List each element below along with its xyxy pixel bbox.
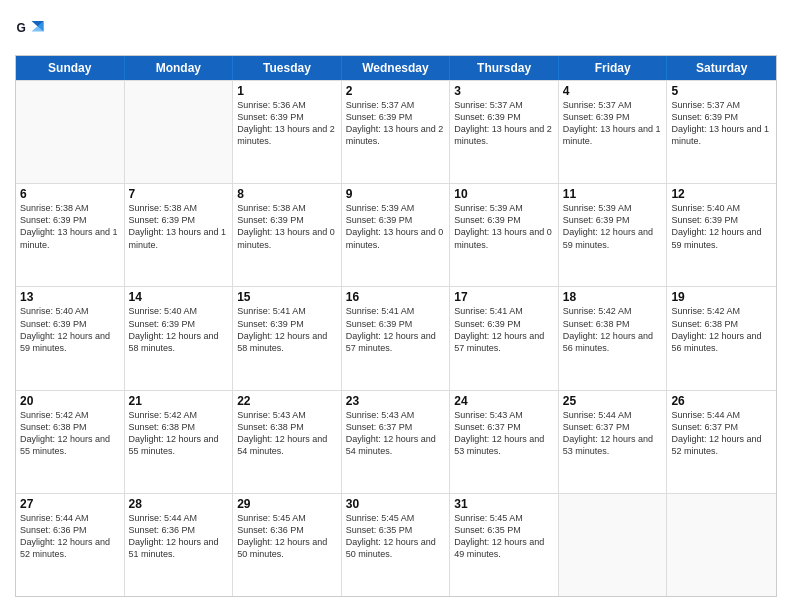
calendar-day-25: 25Sunrise: 5:44 AM Sunset: 6:37 PM Dayli…	[559, 391, 668, 493]
calendar-day-10: 10Sunrise: 5:39 AM Sunset: 6:39 PM Dayli…	[450, 184, 559, 286]
calendar-day-16: 16Sunrise: 5:41 AM Sunset: 6:39 PM Dayli…	[342, 287, 451, 389]
day-info: Sunrise: 5:45 AM Sunset: 6:36 PM Dayligh…	[237, 512, 337, 561]
day-info: Sunrise: 5:40 AM Sunset: 6:39 PM Dayligh…	[20, 305, 120, 354]
day-info: Sunrise: 5:45 AM Sunset: 6:35 PM Dayligh…	[454, 512, 554, 561]
day-number: 27	[20, 497, 120, 511]
header-day-tuesday: Tuesday	[233, 56, 342, 80]
calendar-day-14: 14Sunrise: 5:40 AM Sunset: 6:39 PM Dayli…	[125, 287, 234, 389]
day-number: 16	[346, 290, 446, 304]
day-info: Sunrise: 5:44 AM Sunset: 6:37 PM Dayligh…	[671, 409, 772, 458]
day-info: Sunrise: 5:43 AM Sunset: 6:38 PM Dayligh…	[237, 409, 337, 458]
day-info: Sunrise: 5:41 AM Sunset: 6:39 PM Dayligh…	[346, 305, 446, 354]
calendar-day-9: 9Sunrise: 5:39 AM Sunset: 6:39 PM Daylig…	[342, 184, 451, 286]
calendar-day-3: 3Sunrise: 5:37 AM Sunset: 6:39 PM Daylig…	[450, 81, 559, 183]
header-day-saturday: Saturday	[667, 56, 776, 80]
day-number: 21	[129, 394, 229, 408]
calendar-day-29: 29Sunrise: 5:45 AM Sunset: 6:36 PM Dayli…	[233, 494, 342, 596]
calendar-day-24: 24Sunrise: 5:43 AM Sunset: 6:37 PM Dayli…	[450, 391, 559, 493]
day-number: 28	[129, 497, 229, 511]
day-number: 20	[20, 394, 120, 408]
calendar-day-26: 26Sunrise: 5:44 AM Sunset: 6:37 PM Dayli…	[667, 391, 776, 493]
logo-icon: G	[15, 15, 45, 45]
calendar-day-1: 1Sunrise: 5:36 AM Sunset: 6:39 PM Daylig…	[233, 81, 342, 183]
day-info: Sunrise: 5:41 AM Sunset: 6:39 PM Dayligh…	[237, 305, 337, 354]
day-number: 26	[671, 394, 772, 408]
calendar-day-27: 27Sunrise: 5:44 AM Sunset: 6:36 PM Dayli…	[16, 494, 125, 596]
day-number: 18	[563, 290, 663, 304]
day-info: Sunrise: 5:37 AM Sunset: 6:39 PM Dayligh…	[563, 99, 663, 148]
day-info: Sunrise: 5:39 AM Sunset: 6:39 PM Dayligh…	[563, 202, 663, 251]
calendar-day-2: 2Sunrise: 5:37 AM Sunset: 6:39 PM Daylig…	[342, 81, 451, 183]
calendar-week-5: 27Sunrise: 5:44 AM Sunset: 6:36 PM Dayli…	[16, 493, 776, 596]
day-info: Sunrise: 5:42 AM Sunset: 6:38 PM Dayligh…	[671, 305, 772, 354]
day-number: 30	[346, 497, 446, 511]
day-number: 29	[237, 497, 337, 511]
calendar-body: 1Sunrise: 5:36 AM Sunset: 6:39 PM Daylig…	[16, 80, 776, 596]
calendar-header: SundayMondayTuesdayWednesdayThursdayFrid…	[16, 56, 776, 80]
header-day-wednesday: Wednesday	[342, 56, 451, 80]
day-info: Sunrise: 5:37 AM Sunset: 6:39 PM Dayligh…	[346, 99, 446, 148]
day-info: Sunrise: 5:36 AM Sunset: 6:39 PM Dayligh…	[237, 99, 337, 148]
calendar: SundayMondayTuesdayWednesdayThursdayFrid…	[15, 55, 777, 597]
day-info: Sunrise: 5:44 AM Sunset: 6:37 PM Dayligh…	[563, 409, 663, 458]
day-info: Sunrise: 5:39 AM Sunset: 6:39 PM Dayligh…	[454, 202, 554, 251]
calendar-week-4: 20Sunrise: 5:42 AM Sunset: 6:38 PM Dayli…	[16, 390, 776, 493]
day-number: 9	[346, 187, 446, 201]
day-number: 3	[454, 84, 554, 98]
calendar-day-6: 6Sunrise: 5:38 AM Sunset: 6:39 PM Daylig…	[16, 184, 125, 286]
day-number: 24	[454, 394, 554, 408]
calendar-day-19: 19Sunrise: 5:42 AM Sunset: 6:38 PM Dayli…	[667, 287, 776, 389]
calendar-day-21: 21Sunrise: 5:42 AM Sunset: 6:38 PM Dayli…	[125, 391, 234, 493]
logo: G	[15, 15, 47, 45]
calendar-day-empty	[559, 494, 668, 596]
day-number: 7	[129, 187, 229, 201]
page-header: G	[15, 15, 777, 45]
calendar-day-18: 18Sunrise: 5:42 AM Sunset: 6:38 PM Dayli…	[559, 287, 668, 389]
calendar-week-1: 1Sunrise: 5:36 AM Sunset: 6:39 PM Daylig…	[16, 80, 776, 183]
header-day-monday: Monday	[125, 56, 234, 80]
day-number: 23	[346, 394, 446, 408]
calendar-day-empty	[125, 81, 234, 183]
day-info: Sunrise: 5:40 AM Sunset: 6:39 PM Dayligh…	[129, 305, 229, 354]
day-info: Sunrise: 5:38 AM Sunset: 6:39 PM Dayligh…	[129, 202, 229, 251]
calendar-day-20: 20Sunrise: 5:42 AM Sunset: 6:38 PM Dayli…	[16, 391, 125, 493]
calendar-day-8: 8Sunrise: 5:38 AM Sunset: 6:39 PM Daylig…	[233, 184, 342, 286]
calendar-day-30: 30Sunrise: 5:45 AM Sunset: 6:35 PM Dayli…	[342, 494, 451, 596]
day-info: Sunrise: 5:42 AM Sunset: 6:38 PM Dayligh…	[20, 409, 120, 458]
day-number: 5	[671, 84, 772, 98]
svg-text:G: G	[17, 21, 26, 35]
day-info: Sunrise: 5:45 AM Sunset: 6:35 PM Dayligh…	[346, 512, 446, 561]
calendar-day-15: 15Sunrise: 5:41 AM Sunset: 6:39 PM Dayli…	[233, 287, 342, 389]
day-number: 19	[671, 290, 772, 304]
calendar-day-17: 17Sunrise: 5:41 AM Sunset: 6:39 PM Dayli…	[450, 287, 559, 389]
header-day-sunday: Sunday	[16, 56, 125, 80]
header-day-friday: Friday	[559, 56, 668, 80]
day-number: 13	[20, 290, 120, 304]
day-info: Sunrise: 5:37 AM Sunset: 6:39 PM Dayligh…	[454, 99, 554, 148]
day-info: Sunrise: 5:44 AM Sunset: 6:36 PM Dayligh…	[129, 512, 229, 561]
day-info: Sunrise: 5:39 AM Sunset: 6:39 PM Dayligh…	[346, 202, 446, 251]
calendar-day-empty	[16, 81, 125, 183]
calendar-day-28: 28Sunrise: 5:44 AM Sunset: 6:36 PM Dayli…	[125, 494, 234, 596]
calendar-week-3: 13Sunrise: 5:40 AM Sunset: 6:39 PM Dayli…	[16, 286, 776, 389]
day-info: Sunrise: 5:38 AM Sunset: 6:39 PM Dayligh…	[20, 202, 120, 251]
day-info: Sunrise: 5:43 AM Sunset: 6:37 PM Dayligh…	[454, 409, 554, 458]
day-info: Sunrise: 5:37 AM Sunset: 6:39 PM Dayligh…	[671, 99, 772, 148]
day-number: 31	[454, 497, 554, 511]
day-number: 25	[563, 394, 663, 408]
day-number: 1	[237, 84, 337, 98]
day-info: Sunrise: 5:42 AM Sunset: 6:38 PM Dayligh…	[563, 305, 663, 354]
day-number: 22	[237, 394, 337, 408]
calendar-day-5: 5Sunrise: 5:37 AM Sunset: 6:39 PM Daylig…	[667, 81, 776, 183]
header-day-thursday: Thursday	[450, 56, 559, 80]
calendar-week-2: 6Sunrise: 5:38 AM Sunset: 6:39 PM Daylig…	[16, 183, 776, 286]
day-number: 14	[129, 290, 229, 304]
calendar-day-11: 11Sunrise: 5:39 AM Sunset: 6:39 PM Dayli…	[559, 184, 668, 286]
calendar-day-7: 7Sunrise: 5:38 AM Sunset: 6:39 PM Daylig…	[125, 184, 234, 286]
calendar-day-12: 12Sunrise: 5:40 AM Sunset: 6:39 PM Dayli…	[667, 184, 776, 286]
calendar-day-31: 31Sunrise: 5:45 AM Sunset: 6:35 PM Dayli…	[450, 494, 559, 596]
day-number: 11	[563, 187, 663, 201]
day-info: Sunrise: 5:41 AM Sunset: 6:39 PM Dayligh…	[454, 305, 554, 354]
day-info: Sunrise: 5:43 AM Sunset: 6:37 PM Dayligh…	[346, 409, 446, 458]
day-number: 10	[454, 187, 554, 201]
